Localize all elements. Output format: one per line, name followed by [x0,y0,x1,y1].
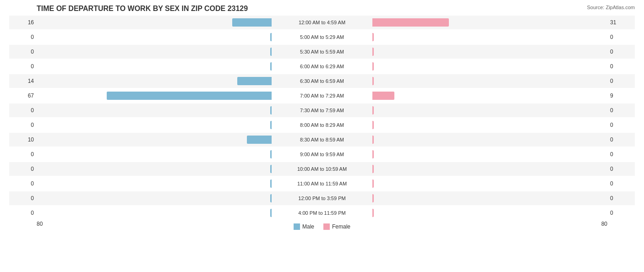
bars-center: 5:30 AM to 5:59 AM [37,45,607,59]
male-value: 0 [9,122,37,128]
male-legend-box [294,223,300,230]
table-row: 0 4:00 PM to 11:59 PM 0 [9,206,635,220]
male-value: 0 [9,107,37,114]
time-label: 9:00 AM to 9:59 AM [272,152,372,157]
legend-female: Female [323,223,350,230]
time-label: 5:00 AM to 5:29 AM [272,34,372,40]
female-bar-wrap [372,106,607,115]
table-row: 67 7:00 AM to 7:29 AM 9 [9,89,635,103]
female-value: 0 [607,210,635,216]
female-value: 0 [607,166,635,172]
male-value: 0 [9,49,37,55]
source-label: Source: ZipAtlas.com [587,5,635,10]
time-label: 8:30 AM to 8:59 AM [272,137,372,142]
female-bar [372,194,374,202]
male-bar-wrap [37,135,272,144]
female-bar [372,77,374,85]
legend: Male Female [294,223,350,230]
female-bar [372,33,374,41]
male-legend-label: Male [302,223,314,230]
male-value: 0 [9,195,37,201]
male-bar-wrap [37,150,272,159]
male-value: 0 [9,210,37,216]
legend-male: Male [294,223,314,230]
male-bar-wrap [37,18,272,27]
time-label: 5:30 AM to 5:59 AM [272,49,372,54]
female-bar-wrap [372,33,607,42]
female-bar [372,106,374,114]
time-label: 12:00 PM to 3:59 PM [272,196,372,201]
male-bar-wrap [37,33,272,42]
female-bar [372,209,374,217]
bars-center: 9:00 AM to 9:59 AM [37,147,607,161]
table-row: 0 5:30 AM to 5:59 AM 0 [9,45,635,59]
time-label: 7:30 AM to 7:59 AM [272,108,372,113]
female-legend-box [323,223,330,230]
female-bar [372,180,374,188]
time-label: 7:00 AM to 7:29 AM [272,93,372,98]
time-label: 11:00 AM to 11:59 AM [272,181,372,186]
time-label: 4:00 PM to 11:59 PM [272,210,372,216]
male-value: 0 [9,180,37,187]
time-label: 6:30 AM to 6:59 AM [272,78,372,84]
male-bar-wrap [37,194,272,203]
male-value: 0 [9,34,37,40]
bars-center: 10:00 AM to 10:59 AM [37,162,607,176]
female-bar [372,136,374,144]
chart-area: 16 12:00 AM to 4:59 AM 31 0 5:00 AM to 5… [9,16,635,220]
chart-title: TIME OF DEPARTURE TO WORK BY SEX IN ZIP … [9,5,635,16]
bars-center: 12:00 PM to 3:59 PM [37,191,607,205]
male-bar-wrap [37,208,272,218]
male-bar [232,18,272,27]
table-row: 14 6:30 AM to 6:59 AM 0 [9,74,635,88]
male-bar-wrap [37,76,272,86]
table-row: 0 10:00 AM to 10:59 AM 0 [9,162,635,176]
table-row: 0 11:00 AM to 11:59 AM 0 [9,177,635,190]
female-bar-wrap [372,76,607,86]
female-bar [372,165,374,173]
female-bar-wrap [372,47,607,56]
time-label: 8:00 AM to 8:29 AM [272,122,372,128]
female-bar-wrap [372,164,607,174]
female-bar-wrap [372,135,607,144]
female-value: 0 [607,122,635,128]
male-bar-wrap [37,179,272,188]
female-bar-wrap [372,62,607,71]
female-value: 0 [607,107,635,114]
male-value: 0 [9,151,37,158]
female-value: 0 [607,49,635,55]
table-row: 0 12:00 PM to 3:59 PM 0 [9,191,635,205]
female-value: 31 [607,19,635,26]
female-value: 0 [607,151,635,158]
female-bar-wrap [372,194,607,203]
table-row: 0 8:00 AM to 8:29 AM 0 [9,118,635,132]
time-label: 10:00 AM to 10:59 AM [272,166,372,172]
female-bar [372,92,394,100]
chart-container: TIME OF DEPARTURE TO WORK BY SEX IN ZIP … [0,0,644,272]
male-bar [247,136,272,144]
bottom-labels: 80 Male Female 80 [9,221,635,230]
male-value: 0 [9,63,37,70]
female-bar-wrap [372,18,607,27]
bars-center: 8:00 AM to 8:29 AM [37,118,607,132]
male-bar-wrap [37,62,272,71]
female-bar [372,48,374,56]
male-bar [107,92,272,100]
bars-center: 5:00 AM to 5:29 AM [37,30,607,44]
bars-center: 7:00 AM to 7:29 AM [37,89,607,103]
female-bar [372,150,374,158]
bottom-right-value: 80 [601,221,607,230]
table-row: 16 12:00 AM to 4:59 AM 31 [9,16,635,29]
table-row: 0 9:00 AM to 9:59 AM 0 [9,147,635,161]
female-value: 0 [607,195,635,201]
male-bar-wrap [37,47,272,56]
female-bar-wrap [372,179,607,188]
time-label: 12:00 AM to 4:59 AM [272,20,372,25]
male-bar [237,77,272,85]
female-bar-wrap [372,91,607,100]
female-value: 0 [607,34,635,40]
bars-center: 12:00 AM to 4:59 AM [37,16,607,29]
male-bar-wrap [37,120,272,130]
bottom-left-value: 80 [37,221,43,230]
bars-center: 6:30 AM to 6:59 AM [37,74,607,88]
